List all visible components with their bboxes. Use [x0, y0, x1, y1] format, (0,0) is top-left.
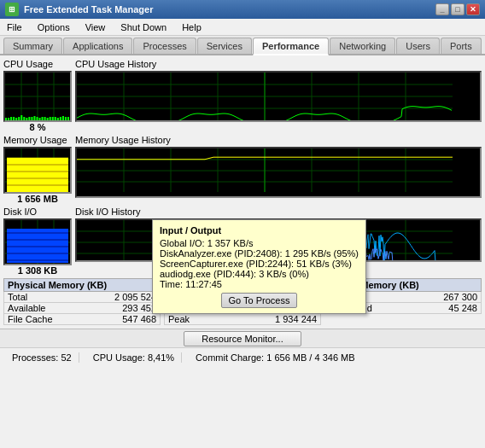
- physical-memory-section: Physical Memory (KB) Total 2 095 524 Ava…: [3, 278, 161, 325]
- resource-monitor-button[interactable]: Resource Monitor...: [184, 331, 301, 346]
- physical-filecache-val: 547 468: [122, 314, 156, 324]
- physical-available-key: Available: [8, 303, 45, 313]
- maximize-button[interactable]: □: [451, 3, 465, 15]
- resource-monitor-bar: Resource Monitor...: [0, 329, 485, 347]
- goto-process-button[interactable]: Go To Process: [221, 293, 298, 308]
- menu-bar: File Options View Shut Down Help: [0, 19, 485, 36]
- menu-file[interactable]: File: [3, 20, 26, 34]
- window-title: Free Extended Task Manager: [24, 4, 430, 15]
- commit-charge-status: Commit Charge: 1 656 MB / 4 346 MB: [189, 352, 361, 363]
- tooltip-process1: DiskAnalyzer.exe (PID:2408): 1 295 KB/s …: [160, 248, 359, 259]
- tooltip-process3: audiodg.exe (PID:444): 3 KB/s (0%): [160, 269, 359, 279]
- disk-io-value: 1 308 KB: [3, 265, 72, 276]
- tab-users[interactable]: Users: [396, 38, 440, 54]
- tooltip-time: Time: 11:27:45: [160, 279, 359, 289]
- menu-options[interactable]: Options: [34, 20, 73, 34]
- menu-help[interactable]: Help: [178, 20, 205, 34]
- processes-status: Processes: 52: [5, 352, 79, 363]
- app-icon: ⊞: [5, 3, 19, 16]
- cpu-usage-status: CPU Usage: 8,41%: [86, 352, 182, 363]
- menu-shutdown[interactable]: Shut Down: [117, 20, 170, 34]
- memory-usage-label: Memory Usage: [3, 135, 72, 145]
- window-controls: _ □ ✕: [435, 3, 480, 15]
- commit-peak-key: Peak: [168, 314, 190, 324]
- memory-usage-graph: [3, 147, 72, 194]
- physical-filecache-row: File Cache 547 468: [3, 314, 161, 325]
- cpu-usage-value: 8 %: [3, 122, 72, 132]
- cpu-history-graph: [75, 71, 482, 122]
- disk-history-label: Disk I/O History: [75, 207, 482, 217]
- memory-usage-value: 1 656 MB: [3, 194, 72, 204]
- nonpaged-val: 45 248: [448, 303, 477, 313]
- physical-filecache-key: File Cache: [8, 314, 53, 324]
- tooltip-title: Input / Output: [160, 225, 359, 236]
- commit-peak-row: Peak 1 934 244: [164, 314, 321, 325]
- paged-val: 267 300: [443, 292, 477, 302]
- tooltip-process2: ScreenCapturer.exe (PID:2244): 51 KB/s (…: [160, 259, 359, 269]
- close-button[interactable]: ✕: [466, 3, 480, 15]
- menu-view[interactable]: View: [82, 20, 109, 34]
- tab-performance[interactable]: Performance: [253, 38, 329, 55]
- memory-history-graph: [75, 147, 482, 198]
- physical-total-val: 2 095 524: [114, 292, 156, 302]
- tab-services[interactable]: Services: [197, 38, 252, 54]
- cpu-usage-graph: [3, 71, 72, 122]
- commit-peak-val: 1 934 244: [275, 314, 317, 324]
- physical-total-key: Total: [8, 292, 27, 302]
- io-tooltip: Input / Output Global I/O: 1 357 KB/s Di…: [152, 219, 366, 314]
- physical-total-row: Total 2 095 524: [3, 292, 161, 303]
- physical-available-row: Available 293 452: [3, 303, 161, 314]
- tab-networking[interactable]: Networking: [330, 38, 395, 54]
- cpu-usage-label: CPU Usage: [3, 59, 72, 69]
- tab-summary[interactable]: Summary: [3, 38, 62, 54]
- disk-io-graph: [3, 218, 72, 265]
- tab-bar: Summary Applications Processes Services …: [0, 36, 485, 55]
- title-bar: ⊞ Free Extended Task Manager _ □ ✕: [0, 0, 485, 19]
- tab-applications[interactable]: Applications: [63, 38, 132, 54]
- physical-memory-title: Physical Memory (KB): [3, 278, 161, 292]
- memory-history-label: Memory Usage History: [75, 135, 482, 145]
- tab-ports[interactable]: Ports: [441, 38, 482, 54]
- cpu-history-label: CPU Usage History: [75, 59, 482, 69]
- tab-processes[interactable]: Processes: [133, 38, 196, 54]
- minimize-button[interactable]: _: [435, 3, 449, 15]
- tooltip-global-io: Global I/O: 1 357 KB/s: [160, 238, 359, 248]
- disk-io-label: Disk I/O: [3, 207, 72, 217]
- status-bar: Processes: 52 CPU Usage: 8,41% Commit Ch…: [0, 347, 485, 366]
